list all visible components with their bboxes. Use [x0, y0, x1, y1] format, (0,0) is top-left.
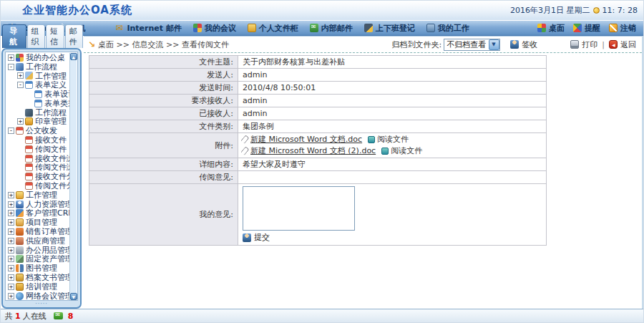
tab-sms[interactable]: 短信 [46, 24, 64, 48]
form-define-icon [25, 81, 33, 89]
menu-item-label: Internet 邮件 [127, 23, 181, 34]
content-toolbar: 桌面 >> 信息交流 >> 查看传阅文件 归档到文件夹: 不归档查看 签收 打印… [84, 37, 642, 53]
sidebar-tabs: 导航 组织 短信 邮件 [1, 37, 84, 48]
expander-icon[interactable]: + [8, 293, 14, 299]
attachment-item: 新建 Microsoft Word 文档.doc 阅读文件 [243, 134, 409, 145]
tree-item-label: 网络会议管理 [26, 291, 69, 300]
mail-icon[interactable] [54, 312, 63, 319]
chevron-down-icon[interactable] [489, 39, 499, 50]
expander-spacer [17, 183, 24, 189]
mywork-icon [426, 24, 435, 32]
menu-item-my-work[interactable]: 我的工作 [426, 23, 469, 34]
circulate-file-icon [25, 182, 33, 190]
read-file-icon [381, 148, 389, 155]
library-icon [16, 264, 24, 272]
read-file-link[interactable]: 阅读文件 [391, 145, 422, 156]
return-button[interactable]: 返回 [609, 39, 636, 50]
menu-item-reminder[interactable]: 提醒 [573, 23, 600, 34]
panel-grip[interactable] [3, 302, 80, 308]
expander-icon[interactable]: + [8, 201, 14, 208]
expander-icon[interactable]: + [8, 247, 14, 254]
attendance-icon [364, 24, 373, 32]
tree-scrollbar[interactable] [69, 53, 77, 300]
menu-item-logout[interactable]: 注销 [609, 23, 636, 34]
work-folder-icon [16, 191, 24, 199]
expander-icon[interactable]: + [8, 284, 14, 290]
tab-organization[interactable]: 组织 [27, 24, 46, 48]
sign-receive-button[interactable]: 签收 [510, 39, 537, 50]
top-menu-bar: admin 联机 Internet 邮件 我的会议 个人文件柜 内部邮件 [1, 20, 644, 36]
menu-item-attendance[interactable]: 上下班登记 [364, 23, 415, 34]
app-header: 企业智能办公OA系统 2016年3月1日 星期二 11: 7: 28 [1, 1, 644, 20]
submit-label: 提交 [254, 232, 270, 243]
mail-count: 8 [68, 312, 74, 321]
read-file-link[interactable]: 阅读文件 [377, 134, 409, 145]
toolbar-actions: 归档到文件夹: 不归档查看 签收 打印 | 返回 [392, 39, 636, 51]
tab-mail[interactable]: 邮件 [65, 24, 84, 48]
expander-icon[interactable]: - [17, 82, 24, 88]
expander-icon[interactable]: + [17, 72, 24, 79]
expander-icon[interactable]: + [8, 265, 14, 271]
attachment-link[interactable]: 新建 Microsoft Word 文档.doc [250, 134, 362, 145]
workflow-icon [16, 63, 24, 71]
expander-icon[interactable]: + [8, 219, 14, 226]
training-icon [16, 283, 24, 291]
expander-icon[interactable]: + [17, 118, 24, 125]
expander-spacer [26, 100, 33, 107]
menu-item-label: 我的工作 [438, 23, 469, 34]
attachment-link[interactable]: 新建 Microsoft Word 文档 (2).doc [250, 145, 376, 156]
expander-icon[interactable]: - [8, 64, 14, 70]
expander-icon[interactable]: + [8, 192, 14, 198]
datetime: 2016年3月1日 星期二 11: 7: 28 [510, 5, 644, 16]
receive-file-icon [25, 155, 33, 163]
field-required-receiver: 要求接收人: admin [89, 95, 547, 107]
field-circulate-opinion: 传阅意见: [89, 171, 547, 184]
internal-mail-icon [310, 24, 318, 32]
print-label: 打印 [582, 39, 597, 50]
flow-chart-icon [25, 109, 33, 117]
scroll-up-icon[interactable] [70, 53, 77, 60]
nav-panel: +我的办公桌-工作流程+工作管理-表单定义表单设计表单类别工作流程+印章管理-公… [1, 48, 82, 309]
cabinet-icon [248, 24, 256, 32]
read-file-icon [368, 136, 375, 143]
scroll-down-icon[interactable] [70, 293, 77, 300]
my-opinion-cell: 提交 [238, 184, 547, 246]
menu-center-group: Internet 邮件 我的会议 个人文件柜 内部邮件 上下班登记 我的工作 [115, 23, 480, 34]
print-button[interactable]: 打印 [570, 39, 597, 50]
submit-icon [243, 233, 251, 242]
status-bar: 共 1 人在线 8 [1, 309, 644, 322]
field-category: 文件类别: 集团条例 [89, 120, 547, 133]
field-value: admin [238, 69, 547, 82]
archive-folder-select[interactable]: 不归档查看 [444, 39, 500, 51]
project-icon [16, 218, 24, 226]
submit-button[interactable]: 提交 [243, 232, 542, 243]
online-count: 1 [15, 312, 21, 321]
time-text: 11: 7: 28 [602, 6, 638, 15]
circulate-file-icon [25, 145, 33, 153]
menu-item-label: 提醒 [585, 23, 600, 34]
menu-item-my-meetings[interactable]: 我的会议 [193, 23, 236, 34]
field-value: 集团条例 [238, 120, 547, 133]
tab-navigation[interactable]: 导航 [2, 24, 26, 48]
menu-item-internal-mail[interactable]: 内部邮件 [310, 23, 353, 34]
field-label: 要求接收人: [89, 95, 238, 107]
breadcrumb: 桌面 >> 信息交流 >> 查看传阅文件 [88, 39, 229, 50]
my-opinion-textarea[interactable] [243, 186, 355, 231]
expander-icon[interactable]: + [8, 54, 14, 61]
expander-icon[interactable]: + [8, 228, 14, 235]
tree-item[interactable]: +网络会议管理 [6, 291, 69, 300]
expander-icon[interactable]: + [8, 256, 14, 262]
field-value [238, 171, 547, 184]
menu-item-desktop[interactable]: 桌面 [537, 23, 565, 34]
expander-icon[interactable]: + [8, 210, 14, 216]
expander-icon[interactable]: + [8, 238, 14, 244]
field-value: 希望大家及时遵守 [238, 158, 547, 171]
expander-icon[interactable]: - [8, 127, 14, 134]
menu-item-personal-cabinet[interactable]: 个人文件柜 [248, 23, 298, 34]
sidebar: 导航 组织 短信 邮件 +我的办公桌-工作流程+工作管理-表单定义表单设计表单类… [1, 37, 84, 309]
menu-item-label: 桌面 [549, 23, 565, 34]
menu-item-internet-mail[interactable]: Internet 邮件 [115, 23, 181, 34]
toolbar-divider: | [602, 40, 605, 49]
expander-icon[interactable]: + [8, 274, 14, 281]
hr-icon [16, 201, 24, 208]
